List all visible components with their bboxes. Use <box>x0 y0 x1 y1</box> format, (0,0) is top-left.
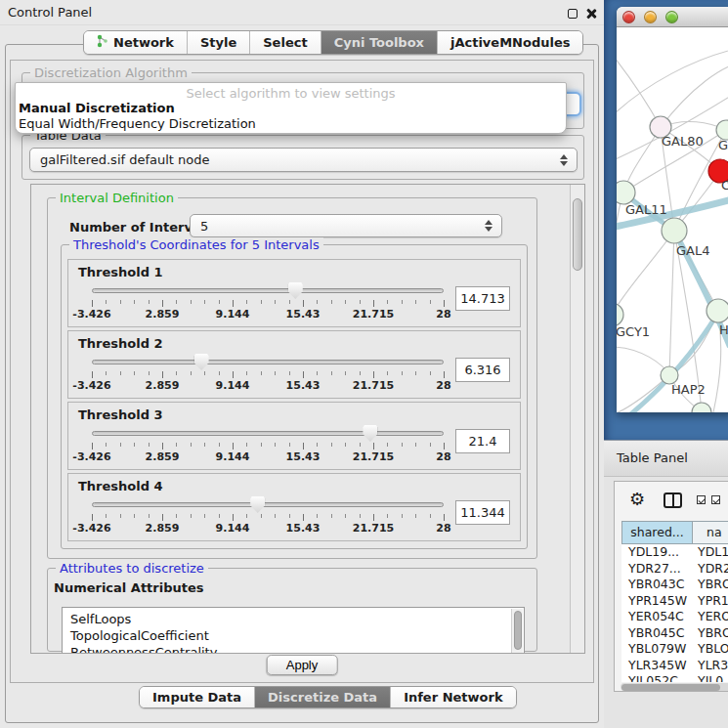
node-label: C <box>721 178 728 193</box>
tick-mark <box>345 300 346 304</box>
slider-thumb[interactable] <box>288 282 303 299</box>
network-node[interactable] <box>617 303 623 326</box>
threshold-value-field[interactable]: 6.316 <box>455 358 510 382</box>
tab-impute-data[interactable]: Impute Data <box>140 687 254 707</box>
threshold-slider[interactable]: -3.4262.8599.14415.4321.71528 <box>92 352 444 391</box>
network-edge[interactable] <box>617 231 674 315</box>
tab-infer-network[interactable]: Infer Network <box>390 687 515 707</box>
table-panel-title: Table Panel <box>617 450 688 465</box>
threshold-slider[interactable]: -3.4262.8599.14415.4321.71528 <box>92 280 444 320</box>
network-view-window[interactable]: GAL80GACGAL11GAL4GCY1HHAP2 <box>617 7 728 412</box>
table-row[interactable]: YER054CYERO <box>621 609 728 625</box>
tick-label: 21.715 <box>353 379 394 392</box>
tick-label: 21.715 <box>353 308 394 321</box>
slider-track[interactable] <box>92 360 444 364</box>
threshold-value-field[interactable]: 14.713 <box>455 286 510 311</box>
minimize-light[interactable] <box>644 11 657 23</box>
table-row[interactable]: YIL052CYIL0 <box>621 673 728 682</box>
network-node[interactable] <box>692 403 711 412</box>
tick-mark <box>191 514 192 518</box>
numerical-attributes-list[interactable]: SelfLoopsTopologicalCoefficientBetweenne… <box>62 607 525 654</box>
tab-cyni-toolbox[interactable]: Cyni Toolbox <box>321 31 437 54</box>
tab-jactivemnodules[interactable]: jActiveMNodules <box>437 31 583 54</box>
slider-thumb[interactable] <box>250 496 265 513</box>
slider-thumb[interactable] <box>194 354 209 370</box>
attributes-scrollbar-thumb[interactable] <box>514 611 522 650</box>
table-row[interactable]: YBL079WYBLO <box>621 641 728 658</box>
tick-label: 28 <box>436 450 450 463</box>
table-row[interactable]: YDL19...YDL1 <box>621 544 728 561</box>
network-graph[interactable]: GAL80GACGAL11GAL4GCY1HHAP2 <box>617 27 728 412</box>
table-hscrollbar-thumb[interactable] <box>621 684 720 691</box>
attributes-group-title: Attributes to discretize <box>56 561 208 576</box>
apply-button[interactable]: Apply <box>267 655 338 675</box>
gear-icon[interactable]: ⚙ <box>629 489 645 509</box>
threshold-slider[interactable]: -3.4262.8599.14415.4321.71528 <box>92 494 444 534</box>
table-row[interactable]: YBR045CYBRO <box>621 625 728 642</box>
network-canvas[interactable]: GAL80GACGAL11GAL4GCY1HHAP2 <box>617 27 728 412</box>
threshold-value-field[interactable]: 11.344 <box>455 500 510 525</box>
algorithm-option-equal-width-frequency-discretization[interactable]: Equal Width/Frequency Discretization <box>16 116 566 132</box>
tab-style[interactable]: Style <box>187 31 249 54</box>
threshold-value-field[interactable]: 21.4 <box>455 429 510 453</box>
threshold-label: Threshold 3 <box>78 407 510 422</box>
checkbox-icon[interactable] <box>697 495 706 504</box>
table-cell: YDL19... <box>621 544 693 561</box>
table-cell: YBRO <box>693 625 728 642</box>
table-column-header[interactable]: shared... <box>621 521 693 544</box>
network-window-titlebar[interactable] <box>617 7 728 27</box>
slider-track[interactable] <box>92 288 444 293</box>
network-node[interactable] <box>707 299 728 322</box>
zoom-light[interactable] <box>665 11 678 23</box>
network-edge[interactable] <box>669 231 674 375</box>
network-node[interactable] <box>716 120 728 140</box>
tick-mark <box>106 443 107 447</box>
settings-scrollbar-thumb[interactable] <box>573 198 582 271</box>
network-node[interactable] <box>662 218 687 243</box>
slider-track[interactable] <box>92 431 444 436</box>
table-hscrollbar[interactable] <box>621 683 728 691</box>
tick-label: 9.144 <box>216 379 250 392</box>
tick-mark <box>303 371 304 378</box>
network-edge[interactable] <box>617 93 728 161</box>
table-row[interactable]: YPR145WYPR1 <box>621 593 728 610</box>
network-edge[interactable] <box>617 54 661 127</box>
checkbox-icon[interactable] <box>711 495 720 504</box>
tick-mark <box>275 371 276 375</box>
panel-title: Control Panel <box>8 5 92 20</box>
table-column-header[interactable]: na <box>692 521 728 544</box>
table-row[interactable]: YDR27...YDR2 <box>621 561 728 578</box>
tab-discretize-data[interactable]: Discretize Data <box>254 687 390 707</box>
threshold-slider[interactable]: -3.4262.8599.14415.4321.71528 <box>92 423 444 462</box>
tick-mark <box>402 371 403 375</box>
control-panel-titlebar: Control Panel <box>0 0 604 25</box>
attribute-item-selfloops[interactable]: SelfLoops <box>70 611 524 627</box>
tab-network[interactable]: Network <box>84 31 187 54</box>
attributes-scrollbar[interactable] <box>511 609 523 654</box>
columns-icon[interactable] <box>664 492 682 508</box>
settings-scrollbar[interactable] <box>570 185 584 653</box>
tick-mark <box>317 371 318 375</box>
network-edge[interactable] <box>617 193 623 288</box>
slider-track[interactable] <box>92 502 444 507</box>
algorithm-dropdown-popup: Select algorithm to view settings Manual… <box>15 82 567 134</box>
attribute-item-betweennesscentrality[interactable]: BetweennessCentrality <box>70 644 524 654</box>
tick-mark <box>162 514 163 521</box>
table-panel-body: ⚙ shared...na YDL19...YDL1YDR27...YDR2YB… <box>604 477 728 728</box>
num-intervals-spinner[interactable]: 5 <box>190 214 502 237</box>
attribute-item-topologicalcoefficient[interactable]: TopologicalCoefficient <box>70 627 524 644</box>
float-window-icon[interactable] <box>568 9 578 19</box>
close-light[interactable] <box>622 11 635 23</box>
table-row[interactable]: YLR345WYLR3 <box>621 658 728 674</box>
network-node[interactable] <box>617 181 635 204</box>
tab-label: Style <box>200 35 236 50</box>
slider-thumb[interactable] <box>363 425 377 442</box>
algorithm-option-manual-discretization[interactable]: Manual Discretization <box>16 101 566 116</box>
table-data-combobox[interactable]: galFiltered.sif default node <box>29 148 578 172</box>
tick-mark <box>444 300 445 307</box>
close-icon[interactable] <box>585 8 597 20</box>
tab-select[interactable]: Select <box>249 31 320 54</box>
desktop-background: GAL80GACGAL11GAL4GCY1HHAP2 <box>604 0 728 440</box>
table-row[interactable]: YBR043CYBRO <box>621 577 728 593</box>
tick-mark <box>387 300 388 304</box>
